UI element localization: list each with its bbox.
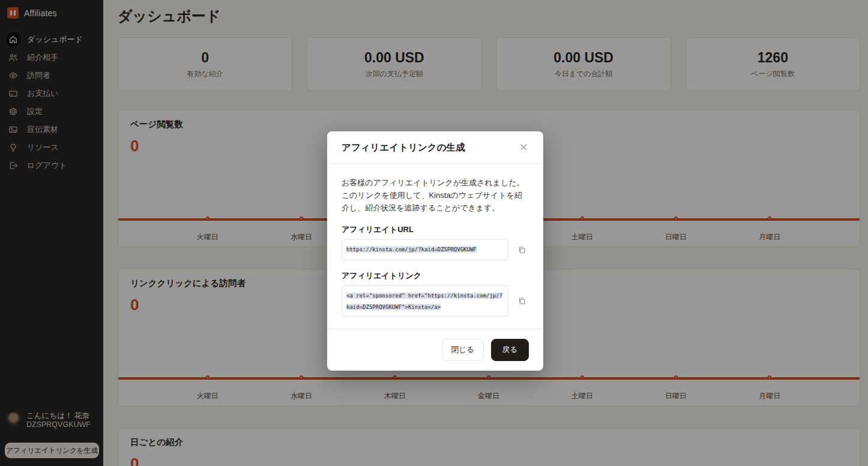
close-button[interactable]: 閉じる	[442, 339, 484, 361]
selected-code-text: https://kinsta.com/jp/?kaid=DZSPRQVGKUWF	[346, 246, 477, 252]
field-label: アフィリエイトURL	[342, 224, 529, 235]
affiliate-link-input[interactable]: <a rel="sponsored" href="https://kinsta.…	[342, 285, 508, 317]
selected-code-text: <a rel="sponsored" href="https://kinsta.…	[346, 293, 502, 309]
modal-title: アフィリエイトリンクの生成	[342, 142, 465, 154]
back-button[interactable]: 戻る	[491, 339, 529, 361]
affiliate-url-input[interactable]: https://kinsta.com/jp/?kaid=DZSPRQVGKUWF	[342, 239, 508, 260]
close-icon[interactable]	[519, 142, 529, 154]
affiliate-link-modal: アフィリエイトリンクの生成 お客様のアフィリエイトリンクが生成されました。このリ…	[327, 131, 543, 371]
field-label: アフィリエイトリンク	[342, 270, 529, 281]
modal-description: お客様のアフィリエイトリンクが生成されました。このリンクを使用して、Kinsta…	[342, 176, 529, 214]
modal-fields: アフィリエイトURLhttps://kinsta.com/jp/?kaid=DZ…	[342, 224, 529, 317]
copy-icon[interactable]	[514, 246, 529, 254]
copy-icon[interactable]	[514, 297, 529, 305]
field-row: https://kinsta.com/jp/?kaid=DZSPRQVGKUWF	[342, 239, 529, 260]
field-row: <a rel="sponsored" href="https://kinsta.…	[342, 285, 529, 317]
